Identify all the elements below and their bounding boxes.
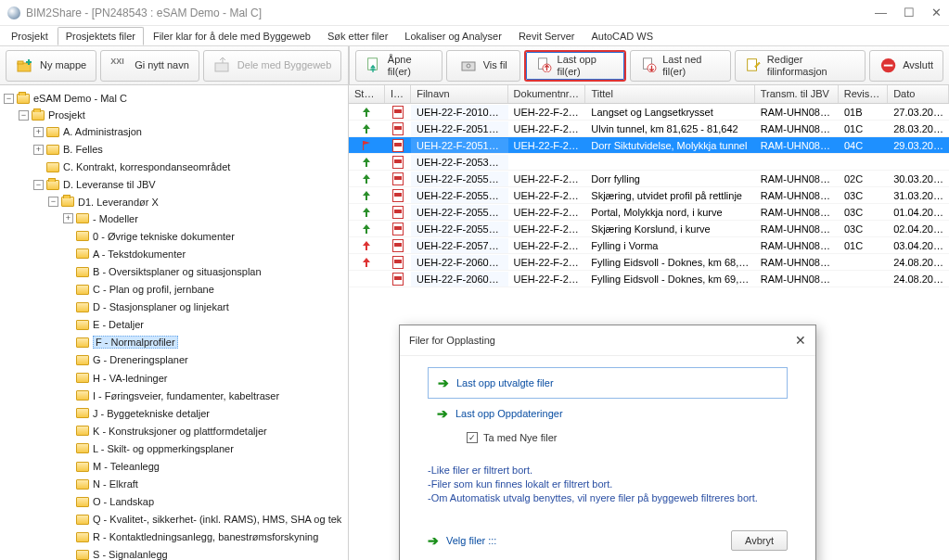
tree-item[interactable]: I - Føringsveier, fundamenter, kabeltras… (93, 390, 279, 401)
folder-icon (76, 515, 89, 525)
upload-selected-action[interactable]: ➔ Last opp utvalgte filer (428, 367, 788, 399)
edit-fileinfo-button[interactable]: Rediger filinformasjon (735, 50, 866, 82)
table-row[interactable]: UEH-22-F-20571.pdfUEH-22-F-20571Fylling … (349, 237, 949, 254)
include-new-files-checkbox[interactable]: ✓ (467, 432, 478, 443)
tree-expander[interactable]: − (4, 94, 14, 104)
tree-expander[interactable]: + (33, 145, 44, 155)
menu-filer-klar[interactable]: Filer klar for å dele med Byggeweb (146, 28, 318, 45)
folder-icon (76, 337, 89, 348)
tree-item[interactable]: D - Stasjonsplaner og linjekart (93, 301, 229, 312)
tree-item[interactable]: L - Skilt- og oppmerkingsplaner (93, 443, 234, 454)
close-button[interactable]: Avslutt (869, 50, 943, 82)
open-files-button[interactable]: Åpne fil(er) (355, 50, 442, 82)
menu-autocad-ws[interactable]: AutoCAD WS (584, 28, 660, 45)
tree-item[interactable]: Q - Kvalitet-, sikkerhet- (inkl. RAMS), … (93, 514, 341, 525)
tree-prosjekt[interactable]: Prosjekt (48, 109, 85, 121)
window-title: BIM2Share - [PN248543 : eSAM Demo - Mal … (26, 6, 875, 19)
tree-expander[interactable]: − (19, 110, 29, 121)
menu-sok-etter-filer[interactable]: Søk etter filer (320, 28, 395, 45)
tree-item[interactable]: 0 - Øvrige tekniske dokumenter (93, 231, 235, 242)
status-icon (361, 140, 372, 151)
tree-item-selected[interactable]: F - Normalprofiler (93, 336, 178, 349)
tree-expander[interactable]: − (48, 197, 58, 207)
download-files-button[interactable]: Last ned fil(er) (630, 50, 731, 82)
upload-selected-label: Last opp utvalgte filer (456, 377, 554, 388)
table-row[interactable]: UEH-22-F-20518.pdfUEH-22-F-20518Dorr Sik… (349, 137, 949, 154)
table-row[interactable]: UEH-22-F-20101.pdfUEH-22-F-20101Langset … (349, 104, 949, 121)
cell-filnavn: UEH-22-F-20557.pdf (411, 205, 507, 220)
upload-files-button[interactable]: Last opp fil(er) (524, 50, 627, 82)
col-header-dokumentnr[interactable]: Dokumentnr. ▲ (508, 85, 586, 103)
tree-expander[interactable]: − (33, 180, 44, 190)
rename-button[interactable]: XXI Gi nytt navn (100, 50, 199, 82)
menu-prosjekt[interactable]: Prosjekt (4, 28, 56, 45)
tree-item[interactable]: O - Landskap (93, 496, 154, 507)
col-header-revisjon[interactable]: Revisjon (839, 85, 888, 103)
table-row[interactable]: UEH-22-F-20602.pdfUEH-22-F-20602Fylling … (349, 271, 949, 287)
dialog-close-button[interactable]: ✕ (795, 333, 806, 348)
tree-item[interactable]: C - Plan og profil, jernbane (93, 284, 214, 295)
menu-revit-server[interactable]: Revit Server (511, 28, 583, 45)
tree-d1[interactable]: D1. Leverandør X (78, 197, 159, 208)
tree-item[interactable]: A - Tekstdokumenter (93, 248, 186, 260)
table-row[interactable]: UEH-22-F-20559.pdfUEH-22-F-20559Skjæring… (349, 221, 949, 237)
col-header-status[interactable]: Status (349, 85, 385, 103)
svg-rect-2 (215, 63, 228, 71)
tree-item[interactable]: R - Kontaktledningsanlegg, banestrømsfor… (93, 531, 318, 542)
folder-icon (76, 373, 89, 383)
folder-icon (76, 390, 89, 401)
menu-prosjektets-filer[interactable]: Prosjektets filer (58, 27, 144, 45)
tree-expander[interactable]: + (63, 213, 73, 223)
tree-item[interactable]: B - Oversiktsplaner og situasjonsplan (93, 266, 262, 277)
tree-item[interactable]: G - Dreneringsplaner (93, 355, 188, 366)
view-file-button[interactable]: Vis fil (446, 50, 520, 82)
tree-root[interactable]: eSAM Demo - Mal C (33, 93, 127, 104)
folder-tree[interactable]: −eSAM Demo - Mal C −Prosjekt +A. Adminis… (0, 85, 349, 560)
new-folder-button[interactable]: Ny mappe (6, 50, 96, 82)
table-row[interactable]: UEH-22-F-20557.pdfUEH-22-F-20557Portal, … (349, 204, 949, 221)
tree-item[interactable]: K - Konstruksjoner og plattformdetaljer (93, 426, 267, 437)
cell-revisjon: 03C (839, 188, 888, 203)
share-byggeweb-button[interactable]: Dele med Byggeweb (203, 50, 342, 82)
table-row[interactable]: UEH-22-F-20550.pdfUEH-22-F-20550Dorr fyl… (349, 171, 949, 187)
grid-body[interactable]: UEH-22-F-20101.pdfUEH-22-F-20101Langset … (349, 104, 949, 287)
cell-filnavn: UEH-22-F-20550.pdf (411, 172, 507, 186)
col-header-icon[interactable]: Icon (385, 85, 411, 103)
upload-updates-action[interactable]: ➔ Last opp Oppdateringer (428, 399, 788, 428)
col-header-transm[interactable]: Transm. til JBV (755, 85, 839, 103)
menu-lokaliser-analyser[interactable]: Lokaliser og Analyser (397, 28, 509, 45)
tree-node[interactable]: C. Kontrakt, korrespondanseområdet (63, 161, 230, 172)
col-header-tittel[interactable]: Tittel (585, 85, 754, 103)
choose-files-action[interactable]: ➔ Velg filer ::: (428, 528, 496, 554)
folder-icon (46, 180, 59, 190)
table-row[interactable]: UEH-22-F-20532.pdf (349, 154, 949, 171)
folder-icon (76, 355, 89, 365)
tree-item[interactable]: N - Elkraft (93, 478, 138, 490)
tree-node[interactable]: A. Administrasjon (63, 126, 142, 137)
window-minimize-button[interactable]: — (875, 6, 887, 19)
tree-modeller[interactable]: - Modeller (93, 213, 138, 224)
open-files-label: Åpne fil(er) (388, 54, 432, 76)
tree-item[interactable]: J - Byggetekniske detaljer (93, 408, 210, 419)
tree-item[interactable]: M - Teleanlegg (93, 461, 160, 472)
cell-dokumentnr: UEH-22-F-20515 (508, 121, 586, 136)
col-header-dato[interactable]: Dato (888, 85, 949, 103)
tree-item[interactable]: E - Detaljer (93, 319, 144, 330)
cell-revisjon: 01B (839, 105, 888, 120)
tree-expander[interactable]: + (33, 127, 44, 137)
app-logo-icon (7, 6, 20, 19)
tree-node[interactable]: B. Felles (63, 144, 103, 155)
tree-node[interactable]: D. Leveranse til JBV (63, 180, 156, 191)
tree-item[interactable]: S - Signalanlegg (93, 550, 168, 560)
cell-status (349, 272, 385, 286)
window-close-button[interactable]: ✕ (931, 6, 942, 19)
tree-item[interactable]: H - VA-ledninger (93, 373, 168, 384)
cancel-button[interactable]: Avbryt (731, 530, 788, 551)
cell-revisjon: 01C (839, 121, 888, 136)
table-row[interactable]: UEH-22-F-20601.pdfUEH-22-F-20601Fylling … (349, 254, 949, 271)
col-header-filnavn[interactable]: Filnavn (411, 85, 507, 103)
table-row[interactable]: UEH-22-F-20553.pdfUEH-22-F-20553Skjæring… (349, 187, 949, 204)
cell-icon (385, 221, 411, 237)
table-row[interactable]: UEH-22-F-20515.pdfUEH-22-F-20515Ulvin tu… (349, 121, 949, 137)
window-maximize-button[interactable]: ☐ (904, 6, 915, 19)
